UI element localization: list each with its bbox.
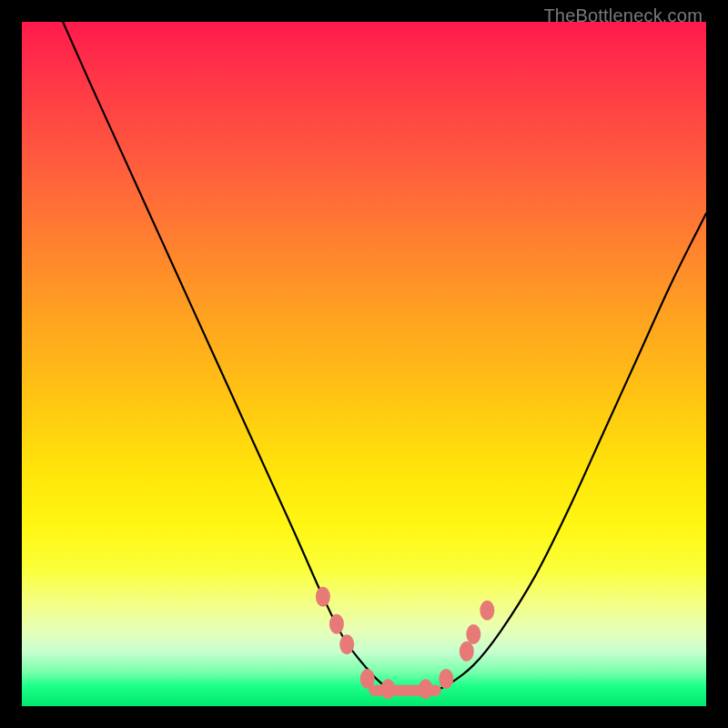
data-marker <box>460 642 474 662</box>
bottleneck-curve <box>63 22 706 693</box>
plot-area <box>22 22 706 706</box>
data-marker <box>316 587 330 607</box>
markers-group <box>316 587 494 700</box>
data-marker <box>360 669 375 689</box>
data-marker <box>419 679 433 699</box>
data-marker <box>380 679 395 699</box>
data-marker <box>466 624 480 644</box>
watermark-text: TheBottleneck.com <box>543 5 703 26</box>
chart-frame: TheBottleneck.com <box>0 0 728 728</box>
data-marker <box>339 634 354 654</box>
data-marker <box>329 614 344 634</box>
data-marker <box>439 669 453 689</box>
curve-layer <box>22 22 706 706</box>
data-marker <box>480 601 494 621</box>
